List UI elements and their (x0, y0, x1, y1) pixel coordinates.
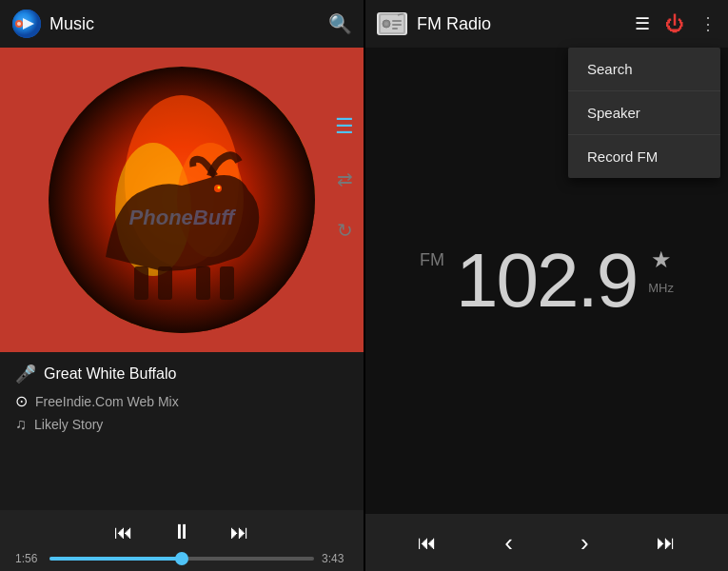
track-source-row: ⊙ FreeIndie.Com Web Mix (15, 392, 348, 410)
player-controls: ⏮ ⏸ ⏭ 1:56 3:43 (0, 510, 364, 571)
album-art (49, 67, 315, 333)
fm-title: FM Radio (417, 14, 625, 34)
progress-area: 1:56 3:43 (15, 552, 348, 565)
fm-radio-panel: FM Radio ☰ ⏻ ⋮ Search Speaker Record FM … (365, 0, 728, 571)
fm-power-button[interactable]: ⏻ (665, 13, 684, 35)
track-next: Likely Story (34, 417, 103, 432)
current-time: 1:56 (15, 552, 42, 565)
fm-bottom-controls: ⏮ ‹ › ⏭ (365, 514, 728, 571)
svg-rect-21 (392, 24, 402, 26)
progress-fill (49, 557, 187, 561)
fm-right-col: ★ MHz (648, 246, 674, 295)
progress-thumb[interactable] (175, 552, 188, 565)
album-circle (49, 67, 315, 333)
album-art-container: ☰ ⇄ ↻ PhoneBuff (0, 48, 364, 352)
pause-button[interactable]: ⏸ (171, 520, 192, 544)
svg-rect-11 (196, 266, 210, 300)
svg-rect-20 (392, 20, 402, 22)
repeat-button[interactable]: ↻ (337, 219, 353, 242)
svg-rect-9 (134, 266, 148, 300)
fm-list-button[interactable]: ☰ (635, 13, 650, 34)
playback-buttons: ⏮ ⏸ ⏭ (15, 520, 348, 544)
progress-bar[interactable] (49, 557, 314, 561)
fm-header: FM Radio ☰ ⏻ ⋮ (365, 0, 728, 48)
track-next-row: ♫ Likely Story (15, 416, 348, 433)
svg-rect-10 (158, 266, 172, 300)
fm-skip-forward-button[interactable]: ⏭ (657, 532, 676, 554)
music-header: Music 🔍 (0, 0, 364, 48)
playlist-button[interactable]: ☰ (335, 114, 354, 139)
svg-point-19 (384, 22, 388, 26)
total-time: 3:43 (322, 552, 348, 565)
fm-more-button[interactable]: ⋮ (699, 13, 717, 34)
previous-button[interactable]: ⏮ (114, 522, 133, 543)
search-button[interactable]: 🔍 (328, 12, 352, 35)
dropdown-menu: Search Speaker Record FM (568, 48, 720, 178)
fm-app-icon (377, 12, 407, 35)
fm-label: FM (420, 250, 444, 270)
music-panel: Music 🔍 (0, 0, 364, 571)
fm-skip-back-button[interactable]: ⏮ (418, 532, 437, 554)
app-title: Music (49, 14, 94, 34)
mhz-label: MHz (648, 281, 674, 295)
music-app-logo (11, 9, 42, 39)
svg-point-4 (17, 22, 21, 26)
music-note-icon: ♫ (15, 416, 27, 433)
dropdown-search[interactable]: Search (568, 48, 720, 91)
track-name: Great White Buffalo (44, 365, 176, 383)
svg-rect-12 (220, 266, 234, 300)
svg-point-14 (218, 187, 221, 189)
fm-next-button[interactable]: › (580, 528, 589, 558)
next-button[interactable]: ⏭ (230, 522, 249, 543)
track-info: 🎤 Great White Buffalo ⊙ FreeIndie.Com We… (0, 352, 364, 441)
vinyl-icon: ⊙ (15, 392, 28, 410)
favorite-button[interactable]: ★ (651, 246, 672, 273)
dropdown-speaker[interactable]: Speaker (568, 91, 720, 135)
watermark: PhoneBuff (129, 206, 235, 230)
fm-frequency-row: FM 102.9 ★ MHz (420, 243, 674, 319)
shuffle-button[interactable]: ⇄ (337, 167, 353, 190)
header-left: Music (11, 9, 94, 39)
mic-icon: 🎤 (15, 364, 36, 384)
fm-frequency: 102.9 (456, 243, 637, 319)
svg-rect-22 (392, 28, 398, 30)
fm-prev-button[interactable]: ‹ (504, 528, 513, 558)
track-name-row: 🎤 Great White Buffalo (15, 364, 348, 384)
dropdown-record-fm[interactable]: Record FM (568, 135, 720, 178)
track-source: FreeIndie.Com Web Mix (35, 394, 179, 409)
fm-header-icons: ☰ ⏻ ⋮ (635, 13, 717, 35)
album-art-controls: ☰ ⇄ ↻ (335, 114, 354, 242)
